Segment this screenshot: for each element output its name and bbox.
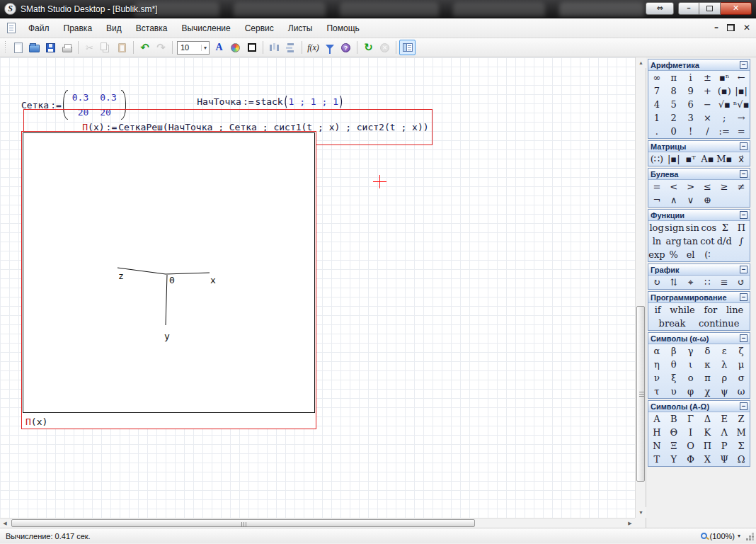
palette-symbol[interactable]: Τ [648,453,665,466]
stop-button[interactable]: ✕ [377,40,393,55]
palette-symbol[interactable]: ≡ [716,276,733,289]
palette-symbol[interactable]: cos [701,221,717,234]
mdi-close-button[interactable]: ✕ [743,22,750,33]
palette-symbol[interactable]: ¬ [648,193,665,207]
resize-grip[interactable] [749,536,751,538]
scroll-left-arrow[interactable]: ◀ [0,518,10,528]
palette-symbol[interactable]: ξ [665,371,682,385]
palette-symbol[interactable]: 6 [682,98,699,111]
palette-symbol[interactable]: → [733,111,750,125]
palette-symbol[interactable]: + [699,84,716,98]
palette-symbol[interactable]: 2 [665,111,682,125]
palette-symbol[interactable]: ∫ [733,234,750,248]
collapse-button[interactable]: − [740,142,748,150]
palette-symbol[interactable]: tan [682,234,699,248]
palette-symbol[interactable]: (∶ [699,248,716,261]
palette-symbol[interactable]: Ξ [665,439,682,453]
background-color-button[interactable] [227,40,244,55]
palette-symbol[interactable]: if [652,303,664,317]
palette-symbol[interactable]: ε [716,344,733,358]
palette-symbol[interactable]: Ε [716,412,733,426]
palette-symbol[interactable]: π [665,71,682,84]
palette-symbol[interactable]: γ [682,344,699,358]
palette-symbol[interactable]: cot [699,234,716,248]
collapse-button[interactable]: − [740,293,748,301]
palette-symbol[interactable]: τ [648,385,665,398]
vertical-scrollbar[interactable]: ▲ ▼ [635,57,646,518]
palette-symbol[interactable]: ∷ [699,276,716,289]
side-panel-toggle-button[interactable] [399,40,416,55]
palette-symbol[interactable]: ↻ [648,276,665,289]
palette-symbol[interactable]: |▪| [665,152,682,166]
palette-symbol[interactable]: χ [699,385,716,398]
palette-symbol[interactable]: i [682,71,699,84]
palette-symbol[interactable]: ∞ [648,71,665,84]
palette-symbol[interactable]: Ο [682,439,699,453]
palette-symbol[interactable]: Κ [699,426,716,439]
font-size-combo[interactable]: 10 ▾ [177,41,210,55]
palette-symbol[interactable]: A▪ [699,152,716,166]
palette-symbol[interactable]: Μ [733,426,750,439]
palette-symbol[interactable]: − [699,98,716,111]
palette-symbol[interactable]: < [665,180,682,193]
palette-symbol[interactable]: ⁿ√▪ [733,98,750,111]
undo-button[interactable]: ↶ [137,40,153,55]
palette-symbol[interactable]: θ [665,358,682,371]
align-horizontal-button[interactable] [266,40,282,55]
palette-symbol[interactable]: Β [665,412,682,426]
menu-item[interactable]: Вычисление [174,21,237,36]
palette-symbol[interactable]: δ [699,344,716,358]
palette-symbol[interactable]: 5 [665,98,682,111]
palette-symbol[interactable]: ω [733,385,750,398]
palette-symbol[interactable]: √▪ [716,98,733,111]
zoom-dropdown-icon[interactable]: ▾ [738,533,740,539]
palette-symbol[interactable]: λ [716,358,733,371]
zoom-control[interactable]: (100%) ▾ [701,532,740,540]
palette-symbol[interactable]: ≥ [716,180,733,193]
palette-symbol[interactable]: × [699,111,716,125]
palette-symbol[interactable]: for [701,303,720,317]
palette-symbol[interactable]: Η [648,426,665,439]
palette-symbol[interactable]: el [682,248,699,261]
worksheet-canvas[interactable]: Сетка:= 0.3 0.3 20 20 [0,57,635,518]
menu-item[interactable]: Вид [99,21,129,36]
palette-symbol[interactable]: exp [648,248,665,261]
palette-symbol[interactable]: ▪ᵀ [682,152,699,166]
palette-symbol[interactable]: ⇅ [665,276,682,289]
palette-symbol[interactable]: (∷) [648,152,665,166]
palette-symbol[interactable]: Θ [665,426,682,439]
new-button[interactable] [10,40,26,55]
insert-function-button[interactable]: f(x) [305,40,321,55]
menu-item[interactable]: Файл [21,21,57,36]
window-switch-button[interactable]: ⇔ [646,2,674,15]
palette-symbol[interactable]: ; [716,111,733,125]
close-button[interactable]: ✕ [721,2,752,15]
collapse-button[interactable]: − [740,170,748,178]
palette-symbol[interactable]: Δ [699,412,716,426]
palette-symbol[interactable]: . [648,125,665,138]
palette-symbol[interactable]: Ζ [733,412,750,426]
palette-symbol[interactable]: ζ [733,344,750,358]
palette-symbol[interactable]: while [667,303,698,317]
copy-button[interactable] [98,40,114,55]
plot-area[interactable]: z 0 x y [23,132,315,413]
recalculate-button[interactable]: ↻ [360,40,377,55]
palette-symbol[interactable]: Α [648,412,665,426]
palette-symbol[interactable]: / [699,125,716,138]
palette-symbol[interactable]: log [648,221,665,234]
palette-symbol[interactable]: 4 [648,98,665,111]
font-color-button[interactable]: A [211,40,227,55]
reference-book-button[interactable]: ? [338,40,354,55]
palette-symbol[interactable]: 1 [648,111,665,125]
palette-symbol[interactable]: ∨ [682,193,699,207]
scroll-up-arrow[interactable]: ▲ [636,57,646,68]
align-vertical-button[interactable] [282,40,299,55]
palette-symbol[interactable]: ι [682,358,699,371]
open-button[interactable] [26,40,42,55]
palette-symbol[interactable]: σ [733,371,750,385]
save-button[interactable] [42,40,59,55]
palette-symbol[interactable]: sign [665,221,685,234]
palette-symbol[interactable]: υ [665,385,682,398]
menu-item[interactable]: Помощь [319,21,366,36]
palette-symbol[interactable]: 9 [682,84,699,98]
